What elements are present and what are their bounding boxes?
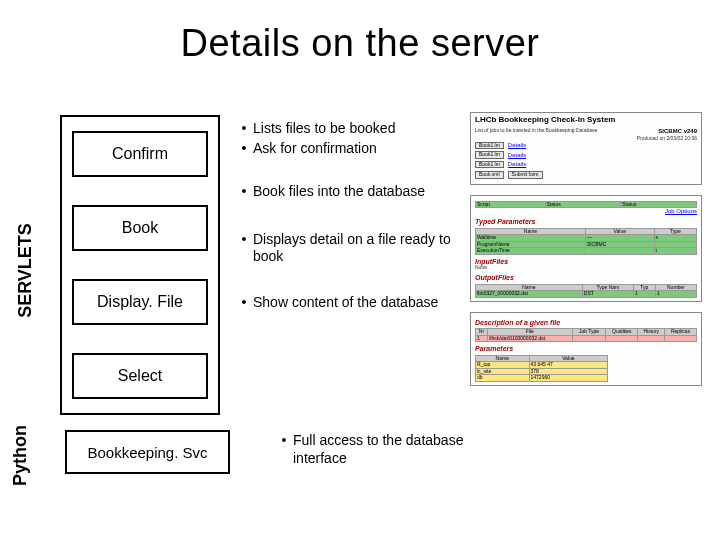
servlet-display: Display. File xyxy=(72,279,208,325)
desc-book-0: Book files into the database xyxy=(253,183,460,201)
desc-python-0: Full access to the database interface xyxy=(293,432,475,467)
python-label: Python xyxy=(10,425,31,486)
screenshot-checkin: LHCb Bookkeeping Check-In System List of… xyxy=(470,112,702,185)
python-svc-box: Bookkeeping. Svc xyxy=(65,430,230,474)
servlet-select: Select xyxy=(72,353,208,399)
servlet-confirm: Confirm xyxy=(72,131,208,177)
screenshot-file: Description of a given file NrFileJob Ty… xyxy=(470,312,702,386)
servlet-descriptions: •Lists files to be booked •Ask for confi… xyxy=(235,118,460,333)
page-title: Details on the server xyxy=(0,0,720,75)
servlet-book: Book xyxy=(72,205,208,251)
servlets-label: SERVLETS xyxy=(15,223,36,318)
screenshot-params: ScriptStatusStatus Job Options Typed Par… xyxy=(470,195,702,302)
screenshots-column: LHCb Bookkeeping Check-In System List of… xyxy=(470,112,702,396)
servlets-group: Confirm Book Display. File Select xyxy=(60,115,220,415)
desc-display-0: Displays detail on a file ready to book xyxy=(253,231,460,266)
desc-select-0: Show content of the database xyxy=(253,294,460,312)
desc-confirm-1: Ask for confirmation xyxy=(253,140,460,158)
desc-confirm-0: Lists files to be booked xyxy=(253,120,460,138)
